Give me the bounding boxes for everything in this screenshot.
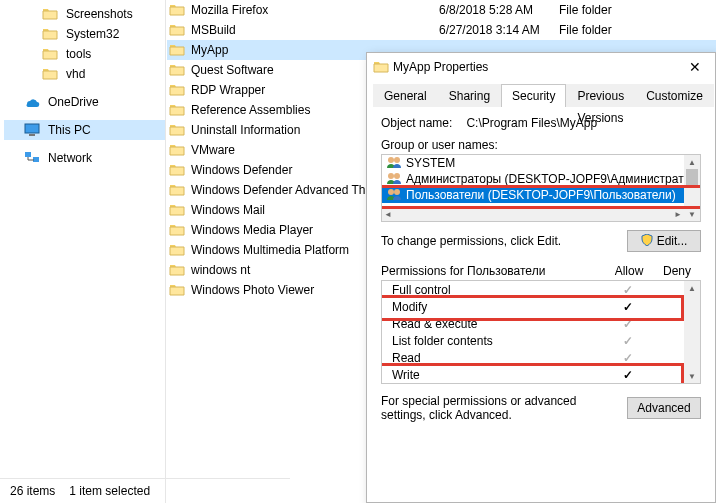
tree-item[interactable]: Screenshots <box>4 4 165 24</box>
tree-item[interactable]: System32 <box>4 24 165 44</box>
svg-point-9 <box>394 189 400 195</box>
tree-item[interactable]: This PC <box>4 120 165 140</box>
selection-count: 1 item selected <box>69 484 150 498</box>
folder-icon <box>169 262 185 278</box>
properties-dialog: MyApp Properties ✕ GeneralSharingSecurit… <box>366 52 716 503</box>
allow-check-icon: ✓ <box>604 334 652 348</box>
folder-icon <box>42 46 58 62</box>
shield-icon <box>641 234 653 249</box>
tab-customize[interactable]: Customize <box>635 84 714 107</box>
tree-item-label: This PC <box>44 123 95 137</box>
svg-point-4 <box>388 157 394 163</box>
folder-icon <box>169 102 185 118</box>
tree-item[interactable]: OneDrive <box>4 92 165 112</box>
folder-icon <box>42 66 58 82</box>
folder-icon <box>169 62 185 78</box>
principal-item[interactable]: Пользователи (DESKTOP-JOPF9\Пользователи… <box>382 187 700 203</box>
tab-previous-versions[interactable]: Previous Versions <box>566 84 635 107</box>
horizontal-scrollbar[interactable]: ◄► <box>382 207 684 221</box>
permissions-header: Permissions for Пользователи <box>381 264 605 278</box>
permission-row: Full control✓ <box>382 281 700 298</box>
svg-rect-2 <box>25 152 31 157</box>
permission-name: Read & execute <box>392 317 604 331</box>
tree-item[interactable]: tools <box>4 44 165 64</box>
onedrive-icon <box>24 94 40 110</box>
item-count: 26 items <box>10 484 55 498</box>
allow-check-icon: ✓ <box>604 351 652 365</box>
scroll-down-icon[interactable]: ▼ <box>684 207 700 221</box>
vertical-scrollbar[interactable]: ▲ ▼ <box>684 155 700 221</box>
allow-header: Allow <box>605 264 653 278</box>
folder-icon <box>169 282 185 298</box>
users-icon <box>386 172 402 187</box>
folder-icon <box>169 202 185 218</box>
svg-point-6 <box>388 173 394 179</box>
svg-rect-1 <box>29 134 35 136</box>
group-user-label: Group or user names: <box>381 138 701 152</box>
folder-icon <box>373 59 389 75</box>
close-button[interactable]: ✕ <box>675 53 715 81</box>
scroll-up-icon[interactable]: ▲ <box>684 155 700 169</box>
tree-item-label: Screenshots <box>62 7 137 21</box>
permission-name: Write <box>392 368 604 382</box>
folder-icon <box>169 222 185 238</box>
permission-row: Read & execute✓ <box>382 315 700 332</box>
permissions-list[interactable]: Full control✓Modify✓Read & execute✓List … <box>381 280 701 384</box>
svg-point-8 <box>388 189 394 195</box>
file-name: MSBuild <box>191 23 439 37</box>
network-icon <box>24 150 40 166</box>
dialog-title: MyApp Properties <box>393 60 675 74</box>
file-type: File folder <box>559 3 679 17</box>
advanced-hint: For special permissions or advanced sett… <box>381 394 591 422</box>
folder-icon <box>169 162 185 178</box>
principals-list[interactable]: SYSTEMАдминистраторы (DESKTOP-JOPF9\Адми… <box>381 154 701 222</box>
tab-strip: GeneralSharingSecurityPrevious VersionsC… <box>373 83 709 106</box>
allow-check-icon: ✓ <box>604 317 652 331</box>
scroll-down-icon[interactable]: ▼ <box>684 369 700 383</box>
tree-item-label: vhd <box>62 67 89 81</box>
edit-hint: To change permissions, click Edit. <box>381 234 561 248</box>
permission-name: Read <box>392 351 604 365</box>
tree-item-label: Network <box>44 151 96 165</box>
principal-item[interactable]: SYSTEM <box>382 155 700 171</box>
file-date: 6/27/2018 3:14 AM <box>439 23 559 37</box>
users-icon <box>386 156 402 171</box>
tree-item-label: tools <box>62 47 95 61</box>
object-name-label: Object name: <box>381 116 452 130</box>
monitor-icon <box>24 122 40 138</box>
permission-row: Modify✓ <box>382 298 700 315</box>
scroll-up-icon[interactable]: ▲ <box>684 281 700 295</box>
principal-label: Пользователи (DESKTOP-JOPF9\Пользователи… <box>406 188 676 202</box>
file-name: Mozilla Firefox <box>191 3 439 17</box>
tab-sharing[interactable]: Sharing <box>438 84 501 107</box>
users-icon <box>386 188 402 203</box>
allow-check-icon: ✓ <box>604 368 652 382</box>
folder-icon <box>169 22 185 38</box>
tab-general[interactable]: General <box>373 84 438 107</box>
file-row[interactable]: MSBuild6/27/2018 3:14 AMFile folder <box>167 20 716 40</box>
tree-item[interactable]: vhd <box>4 64 165 84</box>
allow-check-icon: ✓ <box>604 283 652 297</box>
permission-row: List folder contents✓ <box>382 332 700 349</box>
permission-name: Modify <box>392 300 604 314</box>
edit-button[interactable]: Edit... <box>627 230 701 252</box>
principal-item[interactable]: Администраторы (DESKTOP-JOPF9\Администра… <box>382 171 700 187</box>
svg-point-7 <box>394 173 400 179</box>
folder-icon <box>42 26 58 42</box>
folder-icon <box>42 6 58 22</box>
file-row[interactable]: Mozilla Firefox6/8/2018 5:28 AMFile fold… <box>167 0 716 20</box>
tree-item-label: OneDrive <box>44 95 103 109</box>
scrollbar-thumb[interactable] <box>686 169 698 187</box>
tree-item-label: System32 <box>62 27 123 41</box>
principal-label: SYSTEM <box>406 156 455 170</box>
folder-icon <box>169 2 185 18</box>
folder-icon <box>169 242 185 258</box>
folder-icon <box>169 42 185 58</box>
folder-icon <box>169 142 185 158</box>
advanced-button[interactable]: Advanced <box>627 397 701 419</box>
principal-label: Администраторы (DESKTOP-JOPF9\Администра… <box>406 172 701 186</box>
folder-icon <box>169 82 185 98</box>
tree-item[interactable]: Network <box>4 148 165 168</box>
vertical-scrollbar[interactable]: ▲ ▼ <box>684 281 700 383</box>
tab-security[interactable]: Security <box>501 84 566 107</box>
